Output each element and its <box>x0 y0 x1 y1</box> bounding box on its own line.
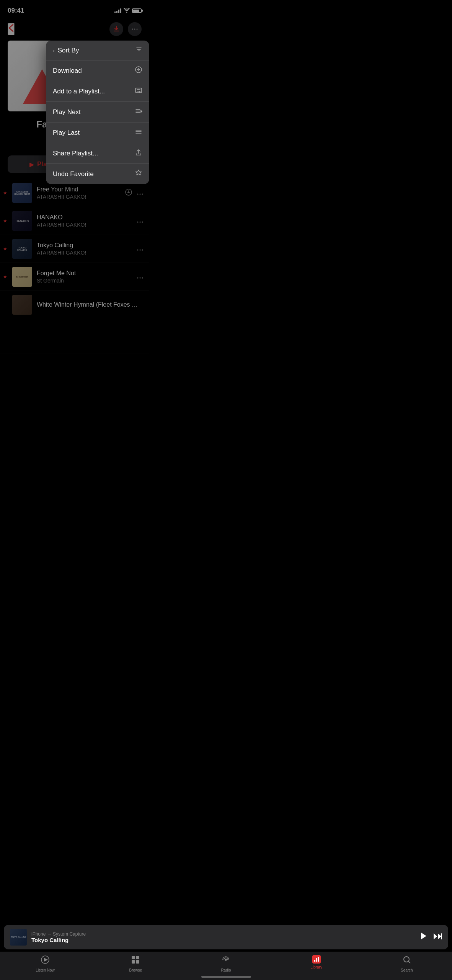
context-menu-item-play-next[interactable]: Play Next <box>46 102 149 122</box>
context-menu-item-download[interactable]: Download <box>46 60 149 81</box>
play-next-icon <box>135 107 142 117</box>
context-menu-item-play-last[interactable]: Play Last <box>46 122 149 143</box>
unfavorite-star-icon <box>135 169 142 179</box>
context-menu-item-undo-favorite[interactable]: Undo Favorite <box>46 164 149 184</box>
sort-icon <box>135 46 142 55</box>
context-menu: › Sort By Download Add to a Playlist... <box>46 41 149 184</box>
chevron-right-icon: › <box>53 47 55 54</box>
context-menu-item-sort-by[interactable]: › Sort By <box>46 41 149 60</box>
add-playlist-icon <box>135 87 142 96</box>
play-last-icon <box>135 128 142 137</box>
share-icon <box>135 149 142 158</box>
download-circle-icon <box>135 66 142 75</box>
context-menu-item-share-playlist[interactable]: Share Playlist... <box>46 143 149 164</box>
context-menu-item-add-playlist[interactable]: Add to a Playlist... <box>46 81 149 102</box>
